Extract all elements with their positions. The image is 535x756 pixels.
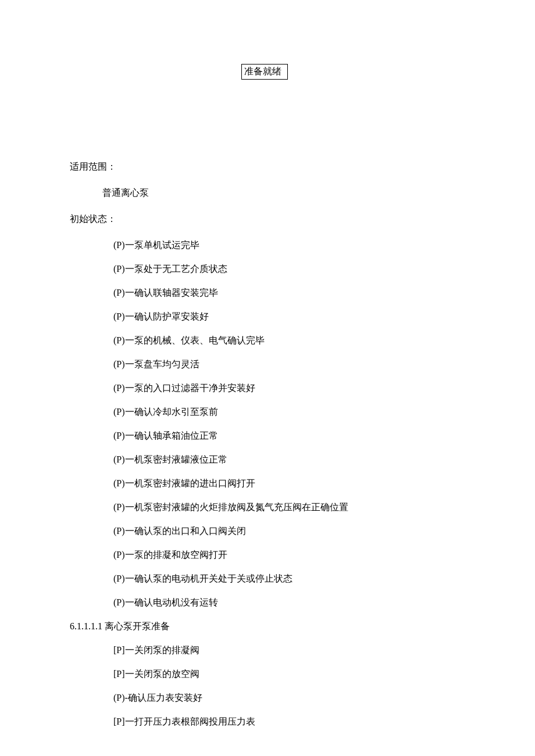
initial-state-item: (P)一泵处于无工艺介质状态 <box>113 263 465 275</box>
prep-heading: 6.1.1.1.1 离心泵开泵准备 <box>70 621 465 633</box>
initial-state-item: (P)一机泵密封液罐的火炬排放阀及氮气充压阀在正确位置 <box>113 501 465 514</box>
title-text: 准备就绪 <box>244 66 281 76</box>
initial-state-item: (P)一泵的入口过滤器干净并安装好 <box>113 382 465 395</box>
initial-state-item: (P)一泵的机械、仪表、电气确认完毕 <box>113 335 465 347</box>
initial-state-item: (P)一确认泵的电动机开关处于关或停止状态 <box>113 573 465 585</box>
initial-state-item: (P)一确认联轴器安装完毕 <box>113 287 465 299</box>
scope-label: 适用范围： <box>70 161 465 173</box>
prep-item: (P)-确认压力表安装好 <box>113 692 465 704</box>
initial-state-item: (P)一确认电动机没有运转 <box>113 597 465 609</box>
prep-item: [P]一关闭泵的排凝阀 <box>113 644 465 657</box>
initial-state-item: (P)一确认冷却水引至泵前 <box>113 406 465 418</box>
prep-item: [P]一关闭泵的放空阀 <box>113 668 465 680</box>
initial-state-item: (P)一泵的排凝和放空阀打开 <box>113 549 465 561</box>
initial-state-item: (P)一确认泵的出口和入口阀关闭 <box>113 525 465 538</box>
initial-state-label: 初始状态： <box>70 213 465 225</box>
initial-state-item: (P)一机泵密封液罐液位正常 <box>113 454 465 466</box>
document-page: 准备就绪 适用范围： 普通离心泵 初始状态： (P)一泵单机试运完毕 (P)一泵… <box>0 0 535 756</box>
initial-state-item: (P)一泵盘车均匀灵活 <box>113 359 465 371</box>
initial-state-item: (P)一确认防护罩安装好 <box>113 311 465 323</box>
title-box: 准备就绪 <box>241 64 288 80</box>
initial-state-item: (P)一确认轴承箱油位正常 <box>113 430 465 442</box>
prep-item: [P]一打开压力表根部阀投用压力表 <box>113 716 465 728</box>
initial-state-item: (P)一泵单机试运完毕 <box>113 239 465 252</box>
initial-state-item: (P)一机泵密封液罐的进出口阀打开 <box>113 478 465 490</box>
scope-value: 普通离心泵 <box>102 187 465 199</box>
